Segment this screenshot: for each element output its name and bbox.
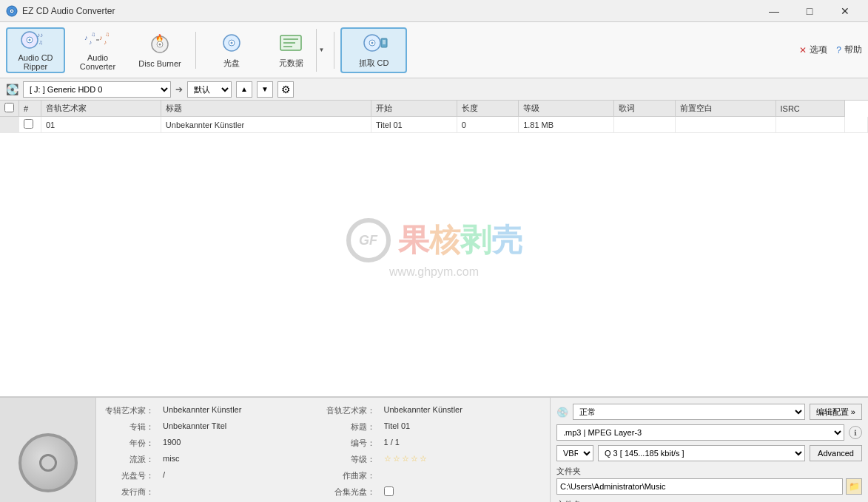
track-num-value: 1 / 1 [384,436,542,450]
table-row[interactable]: 01 Unbekannter Künstler Titel 01 0 1.81 … [0,117,868,133]
folder-input[interactable] [556,478,843,495]
format-row: .mp3 | MPEG Layer-3 ℹ [556,424,862,441]
title-bar: EZ CD Audio Converter — □ ✕ [0,0,868,22]
right-panel: 💿 正常 编辑配置 » .mp3 | MPEG Layer-3 ℹ VBR [550,398,868,502]
track-num-current: 1 [384,438,388,447]
rip-cd-button[interactable]: 抓取 CD [340,27,407,73]
col-header-title: 标题 [161,101,371,117]
ripper-label: Audio CD Ripper [10,53,61,71]
genre-label: 流派： [105,452,157,467]
metadata-form: 专辑艺术家： Unbekannter Künstler 音轨艺术家： Unbek… [96,398,550,502]
select-all-checkbox[interactable] [4,103,14,112]
format-info-icon[interactable]: ℹ [849,426,862,439]
drive-settings-button[interactable]: ⚙ [277,81,294,98]
track-artist-value: Unbekannter Künstler [384,404,542,418]
metadata-dropdown-arrow[interactable]: ▼ [316,29,326,72]
track-title-cell: Titel 01 [371,117,457,133]
album-label: 专辑： [105,420,157,434]
year-label: 年份： [105,436,157,450]
bottom-content: 专辑艺术家： Unbekannter Künstler 音轨艺术家： Unbek… [0,398,868,502]
track-title-label: 标题： [326,420,378,434]
track-isrc-cell [845,117,868,133]
help-menu-item[interactable]: ? 帮助 [836,44,862,56]
burner-label: Disc Burner [138,59,181,68]
svg-point-21 [231,42,233,44]
help-icon: ? [836,45,841,55]
filename-label: 文件名 [556,499,862,502]
close-icon: ✕ [799,45,807,55]
row-checkbox-cell [19,117,41,133]
composer-label: 作曲家： [326,469,378,483]
drive-selector[interactable]: [ J: ] Generic HDD 0 [23,81,171,98]
col-header-check [0,101,19,117]
svg-text:♫: ♫ [105,31,110,38]
options-label: 选项 [810,44,827,56]
rip-icon [359,32,388,55]
cd-art-icon [18,433,78,492]
track-pregap-cell [776,117,844,133]
help-label: 帮助 [844,44,862,56]
track-start-cell: 0 [457,117,518,133]
audio-cd-ripper-button[interactable]: ♪♪ ♫ Audio CD Ripper [6,27,65,73]
cd-ripper-icon: ♪♪ ♫ [21,30,50,50]
toolbar-right-menu: ✕ 选项 ? 帮助 [799,44,862,56]
quality-row: VBR Q 3 [ 145...185 kbit/s ] Advanced [556,445,862,461]
options-menu-item[interactable]: ✕ 选项 [799,44,827,56]
bottom-panel: 专辑艺术家： Unbekannter Künstler 音轨艺术家： Unbek… [0,396,868,502]
cd-icon-small: 💿 [556,407,568,418]
default-selector[interactable]: 默认 [187,81,232,98]
disc-label: 光盘 [223,58,240,69]
toolbar-separator-2 [334,32,334,69]
svg-text:♪: ♪ [104,39,107,46]
svg-text:🔥: 🔥 [155,34,164,42]
disc-button[interactable]: 光盘 [202,27,261,73]
svg-point-28 [371,42,374,44]
metadata-button-group: 元数据 ▼ [264,27,328,73]
svg-point-17 [159,43,161,45]
track-rating-cell [613,117,675,133]
track-title-value: Titel 01 [384,420,542,434]
address-bar: 💽 [ J: ] Generic HDD 0 ➔ 默认 ▲ ▼ ⚙ [0,78,868,101]
svg-text:♪♪: ♪♪ [37,32,43,38]
album-art [0,398,96,502]
format-selector[interactable]: .mp3 | MPEG Layer-3 [556,424,844,441]
toolbar-separator-1 [195,32,196,69]
col-header-artist: 音轨艺术家 [41,101,161,117]
vbr-selector[interactable]: VBR [556,445,593,461]
folder-browse-button[interactable]: 📁 [846,478,862,495]
main-area: # 音轨艺术家 标题 开始 长度 等级 歌词 前置空白 ISRC [0,101,868,396]
col-header-num: # [19,101,41,117]
quality-selector[interactable]: Q 3 [ 145...185 kbit/s ] [598,445,805,461]
svg-text:♪: ♪ [99,34,103,41]
col-header-start: 开始 [371,101,457,117]
advanced-button[interactable]: Advanced [810,445,862,461]
svg-text:♪: ♪ [89,39,92,46]
year-value: 1900 [163,436,320,450]
preset-selector[interactable]: 正常 [573,404,805,420]
audio-converter-button[interactable]: ♪ ♫ ♪ ♪ ♫ ♪ Audio Converter [68,27,127,73]
publisher-value [163,485,320,499]
folder-label: 文件夹 [556,466,862,477]
close-button[interactable]: ✕ [828,4,862,18]
folder-section: 文件夹 📁 [556,466,862,495]
svg-text:♫: ♫ [91,31,95,38]
maximize-button[interactable]: □ [793,4,827,18]
album-artist-value: Unbekannter Künstler [163,404,320,418]
app-icon [6,5,18,17]
scroll-down-button[interactable]: ▼ [257,81,273,98]
track-num-label: 编号： [326,436,378,450]
svg-point-2 [11,10,13,12]
compilation-label: 合集光盘： [326,485,378,499]
compilation-check[interactable] [384,486,394,496]
rating-stars: ☆☆☆☆☆ [384,452,542,467]
metadata-main-button[interactable]: 元数据 [266,29,316,72]
track-checkbox[interactable] [24,119,33,129]
metadata-label: 元数据 [279,58,303,69]
disc-icon [217,32,246,55]
edit-config-button[interactable]: 编辑配置 » [810,404,862,420]
minimize-button[interactable]: — [757,4,791,18]
track-artist-cell: Unbekannter Künstler [161,117,371,133]
disc-burner-button[interactable]: 🔥 Disc Burner [130,27,189,73]
track-num-cell: 01 [41,117,161,133]
scroll-up-button[interactable]: ▲ [236,81,252,98]
